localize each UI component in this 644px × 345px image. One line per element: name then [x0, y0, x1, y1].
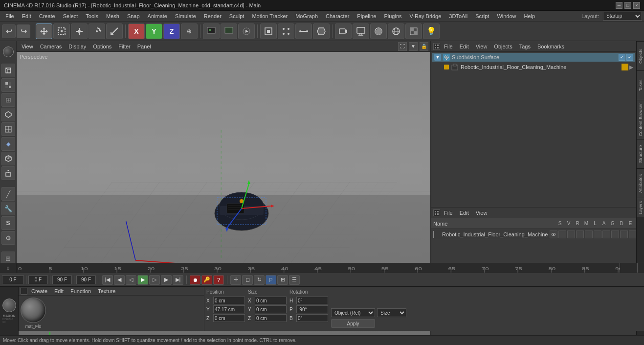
play-btn[interactable]: ▶ — [137, 275, 148, 285]
space-select[interactable]: Object (Rel) World Local — [331, 308, 375, 317]
menu-vray[interactable]: V-Ray Bridge — [406, 12, 445, 20]
vp-menu-panel[interactable]: Panel — [134, 43, 154, 50]
attr-icon-8[interactable] — [620, 230, 628, 238]
render-mode-btn[interactable] — [405, 23, 422, 39]
left-tool-2[interactable] — [1, 78, 15, 92]
motion-btn2[interactable]: ◻ — [242, 275, 253, 285]
mat-menu-create[interactable]: Create — [28, 287, 50, 295]
left-tool-s[interactable]: S — [1, 216, 15, 230]
poly-mode-btn[interactable] — [313, 23, 330, 39]
apply-btn[interactable]: Apply — [331, 319, 375, 328]
vp-lock-btn[interactable]: 🔒 — [420, 42, 428, 51]
motion-btn3[interactable]: ↻ — [254, 275, 265, 285]
motion-btn1[interactable]: ✛ — [230, 275, 241, 285]
left-tool-7[interactable] — [1, 152, 15, 165]
left-tool-4[interactable] — [1, 108, 15, 121]
menu-plugins[interactable]: Plugins — [380, 12, 405, 20]
minimize-btn[interactable]: ─ — [616, 2, 622, 9]
left-tool-paint[interactable]: ⚙ — [1, 231, 15, 245]
prev-frame-btn[interactable]: ◀ — [114, 275, 125, 285]
vp-down-btn[interactable]: ▼ — [409, 42, 418, 51]
render-btn[interactable] — [238, 23, 255, 39]
undo-btn[interactable]: ↩ — [2, 24, 16, 38]
attr-menu-edit[interactable]: Edit — [457, 209, 472, 217]
rot-h-input[interactable] — [296, 297, 328, 304]
menu-animate[interactable]: Animate — [144, 12, 171, 20]
material-item-mat-flo[interactable]: mat_Flo — [21, 298, 46, 329]
tab-objects[interactable]: Objects — [637, 41, 644, 70]
obj-menu-view[interactable]: View — [473, 43, 490, 50]
menu-tools[interactable]: Tools — [82, 12, 102, 20]
object-mode-btn[interactable] — [260, 23, 277, 39]
left-tool-8[interactable] — [1, 166, 15, 180]
go-start-btn[interactable]: |◀ — [102, 275, 113, 285]
y-axis-btn[interactable]: Y — [146, 23, 162, 39]
x-axis-btn[interactable]: X — [128, 23, 145, 39]
vp-menu-cameras[interactable]: Cameras — [37, 43, 65, 50]
world-axis-btn[interactable]: ⊕ — [181, 23, 198, 39]
scale2-tool-btn[interactable] — [106, 23, 123, 39]
obj-menu-tags[interactable]: Tags — [516, 43, 533, 50]
obj-menu-objects[interactable]: Objects — [491, 43, 515, 50]
menu-select[interactable]: Select — [60, 12, 82, 20]
select-rect-btn[interactable] — [53, 23, 70, 39]
menu-simulate[interactable]: Simulate — [172, 12, 200, 20]
menu-script[interactable]: Script — [472, 12, 492, 20]
pos-z-input[interactable] — [213, 314, 245, 322]
edge-mode-btn[interactable] — [295, 23, 312, 39]
vp-menu-view[interactable]: View — [19, 43, 36, 50]
obj-menu-edit[interactable]: Edit — [457, 43, 472, 50]
menu-mograph[interactable]: MoGraph — [292, 12, 321, 20]
rotate-tool-btn[interactable] — [89, 23, 105, 39]
subdiv-check1[interactable]: ✓ — [619, 54, 625, 61]
size-mode-select[interactable]: Size — [377, 308, 406, 317]
attr-icon-6[interactable] — [602, 230, 610, 238]
left-tool-6[interactable]: ◆ — [1, 137, 15, 151]
tab-attributes[interactable]: Attributes — [637, 168, 644, 198]
move-tool-btn[interactable] — [36, 23, 52, 39]
tab-takes[interactable]: Takes — [637, 70, 644, 100]
robotic-machine-item[interactable]: Robotic_Industrial_Floor_Cleaning_Machin… — [432, 62, 635, 72]
obj-menu-file[interactable]: File — [441, 43, 456, 50]
vp-expand-btn[interactable]: ⛶ — [398, 42, 407, 51]
total-end-input[interactable] — [76, 276, 96, 284]
left-tool-magnet[interactable]: 🔧 — [1, 202, 15, 215]
render-view-btn[interactable] — [221, 23, 237, 39]
maximize-btn[interactable]: □ — [624, 2, 631, 9]
mat-menu-function[interactable]: Function — [67, 287, 94, 295]
subdivision-surface-item[interactable]: ▼ Subdivision Surface ✓ — [432, 53, 635, 62]
vp-menu-display[interactable]: Display — [66, 43, 89, 50]
prev-key-btn[interactable]: ◁ — [126, 275, 136, 285]
camera-btn[interactable] — [335, 23, 352, 39]
key-btn[interactable]: 🔑 — [201, 275, 212, 285]
attr-icon-5[interactable] — [594, 230, 601, 238]
render-region-btn[interactable] — [203, 23, 220, 39]
next-frame-btn[interactable]: ▶ — [161, 275, 172, 285]
close-btn[interactable]: × — [633, 2, 640, 9]
vp-menu-filter[interactable]: Filter — [115, 43, 133, 50]
timeline-scroll-btn[interactable] — [637, 263, 644, 273]
display-btn[interactable] — [353, 23, 369, 39]
timeline-ruler[interactable]: 0 5 10 15 20 25 30 35 40 45 50 — [17, 263, 620, 273]
preview-end-input[interactable] — [52, 276, 72, 284]
mat-menu-edit[interactable]: Edit — [51, 287, 67, 295]
pos-x-input[interactable] — [213, 297, 245, 304]
attr-menu-view[interactable]: View — [473, 209, 490, 217]
attr-robot-item[interactable]: Robotic_Industrial_Floor_Cleaning_Machin… — [431, 229, 636, 240]
left-tool-5[interactable] — [1, 122, 15, 136]
point-mode-btn[interactable] — [278, 23, 294, 39]
menu-motion-tracker[interactable]: Motion Tracker — [248, 12, 291, 20]
subdiv-expand-icon[interactable]: ▼ — [434, 54, 441, 61]
wire-btn[interactable] — [388, 23, 404, 39]
attr-icon-eye[interactable] — [550, 230, 557, 238]
attr-icon-4[interactable] — [585, 230, 593, 238]
menu-sculpt[interactable]: Sculpt — [226, 12, 248, 20]
left-tool-3[interactable]: ⊞ — [1, 93, 15, 107]
attr-menu-file[interactable]: File — [441, 209, 456, 217]
redo-btn[interactable]: ↪ — [17, 24, 30, 38]
tab-content-browser[interactable]: Content Browser — [637, 100, 644, 139]
attr-icon-9[interactable] — [629, 230, 636, 238]
record-btn[interactable]: ⏺ — [190, 275, 200, 285]
attr-icon-7[interactable] — [611, 230, 619, 238]
rot-p-input[interactable] — [296, 305, 328, 313]
